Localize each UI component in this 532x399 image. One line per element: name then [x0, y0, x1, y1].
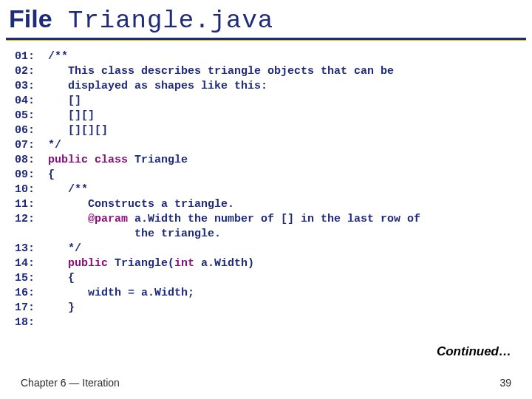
code-listing: 01: /**02: This class describes triangle…	[15, 50, 517, 330]
title-prefix: File	[9, 4, 52, 33]
code-line: 08: public class Triangle	[15, 153, 517, 168]
code-line: 05: [][]	[15, 109, 517, 123]
code-line: 18:	[15, 316, 517, 330]
slide-title: File Triangle.java	[9, 4, 523, 35]
code-line: 03: displayed as shapes like this:	[15, 79, 517, 94]
title-area: File Triangle.java	[0, 0, 532, 35]
code-line: 14: public Triangle(int a.Width)	[15, 256, 517, 271]
slide-footer: Chapter 6 — Iteration 39	[21, 377, 511, 389]
continued-label: Continued…	[437, 344, 511, 359]
footer-page-number: 39	[499, 377, 511, 389]
code-line: 12: @param a.Width the number of [] in t…	[15, 212, 517, 227]
code-line: 02: This class describes triangle object…	[15, 64, 517, 79]
code-line: the triangle.	[15, 227, 517, 242]
code-line: 11: Constructs a triangle.	[15, 197, 517, 212]
code-line: 04: []	[15, 94, 517, 109]
slide: File Triangle.java 01: /**02: This class…	[0, 0, 532, 399]
title-filename: Triangle.java	[52, 7, 274, 35]
code-line: 10: /**	[15, 183, 517, 197]
footer-chapter: Chapter 6 — Iteration	[21, 377, 120, 389]
code-line: 01: /**	[15, 50, 517, 64]
code-line: 16: width = a.Width;	[15, 286, 517, 301]
code-line: 06: [][][]	[15, 123, 517, 138]
code-line: 09: {	[15, 168, 517, 183]
code-line: 07: */	[15, 138, 517, 153]
code-line: 17: }	[15, 301, 517, 316]
title-rule	[6, 38, 526, 42]
code-line: 13: */	[15, 242, 517, 256]
code-line: 15: {	[15, 271, 517, 286]
